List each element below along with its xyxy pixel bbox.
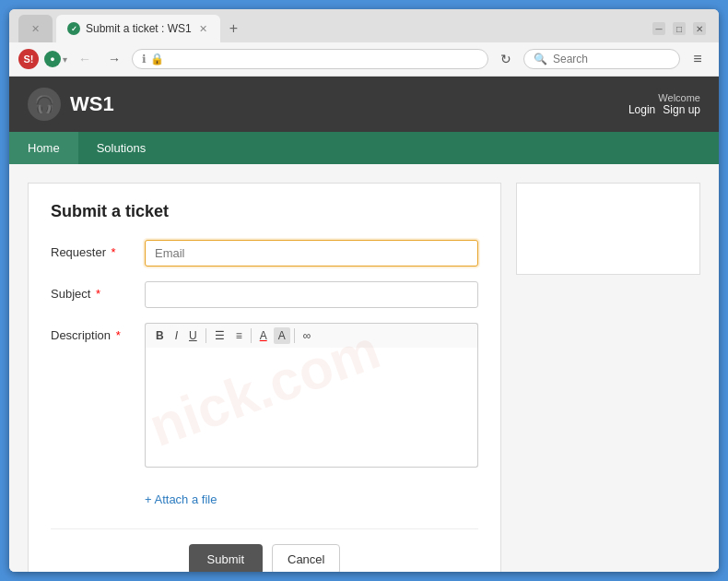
editor-ul[interactable]: ☰ xyxy=(210,327,229,344)
new-tab-button[interactable]: + xyxy=(224,15,243,42)
extension-dropdown[interactable]: ▾ xyxy=(63,54,67,65)
attach-link[interactable]: + Attach a file xyxy=(145,492,217,506)
toolbar-sep-1 xyxy=(205,328,206,343)
site-header: 🎧 WS1 Welcome Login Sign up xyxy=(9,77,719,132)
requester-field xyxy=(145,240,478,267)
tab-inactive[interactable]: ✕ xyxy=(18,15,53,42)
requester-row: Requester * xyxy=(51,240,478,267)
auth-links: Login Sign up xyxy=(628,103,700,116)
site-logo-text: WS1 xyxy=(70,92,114,116)
editor-font-color[interactable]: A xyxy=(255,327,272,344)
nav-solutions[interactable]: Solutions xyxy=(78,132,164,164)
editor-highlight[interactable]: A xyxy=(274,327,290,344)
os-controls: ─ □ ✕ xyxy=(652,22,710,35)
form-area: nick.com Submit a ticket Requester * xyxy=(28,183,501,572)
search-bar[interactable]: 🔍 xyxy=(523,49,680,69)
refresh-button[interactable]: ↻ xyxy=(494,47,518,71)
cancel-button[interactable]: Cancel xyxy=(272,544,340,572)
toolbar-sep-3 xyxy=(294,328,295,343)
description-textarea[interactable] xyxy=(145,348,478,468)
close-button[interactable]: ✕ xyxy=(693,22,706,35)
description-required: * xyxy=(116,328,121,342)
tab-active[interactable]: ✓ Submit a ticket : WS1 ✕ xyxy=(56,15,220,42)
description-row: Description * B I U ☰ ≡ xyxy=(51,323,478,470)
tab-close-inactive[interactable]: ✕ xyxy=(29,22,41,36)
site-main: nick.com Submit a ticket Requester * xyxy=(9,164,719,572)
subject-row: Subject * xyxy=(51,281,478,308)
maximize-button[interactable]: □ xyxy=(673,22,686,35)
editor-link[interactable]: ∞ xyxy=(299,327,316,344)
search-icon: 🔍 xyxy=(534,53,547,65)
forward-button[interactable]: → xyxy=(102,47,126,71)
site-auth: Welcome Login Sign up xyxy=(628,92,700,116)
subject-field xyxy=(145,281,478,308)
minimize-button[interactable]: ─ xyxy=(652,22,665,35)
attach-row: + Attach a file xyxy=(145,485,478,506)
address-icons: ℹ 🔒 xyxy=(142,53,164,65)
form-actions: Submit Cancel xyxy=(51,528,478,572)
description-label: Description * xyxy=(51,323,134,342)
editor-ol[interactable]: ≡ xyxy=(231,327,247,344)
subject-label: Subject * xyxy=(51,281,134,301)
sidebar-area xyxy=(516,183,700,275)
description-field: B I U ☰ ≡ A A ∞ xyxy=(145,323,478,470)
website: 🎧 WS1 Welcome Login Sign up Home Solutio… xyxy=(9,77,719,572)
signup-link[interactable]: Sign up xyxy=(663,103,700,116)
editor-italic[interactable]: I xyxy=(170,327,182,344)
subject-required: * xyxy=(96,287,100,301)
login-link[interactable]: Login xyxy=(628,103,655,116)
browser-content: 🎧 WS1 Welcome Login Sign up Home Solutio… xyxy=(9,77,719,572)
tab-favicon: ✓ xyxy=(67,22,80,35)
tab-close-active[interactable]: ✕ xyxy=(197,22,209,36)
menu-button[interactable]: ≡ xyxy=(686,47,710,71)
browser-toolbar: S! ● ▾ ← → ℹ 🔒 ↻ 🔍 ≡ xyxy=(9,42,719,77)
requester-input[interactable] xyxy=(145,240,478,267)
browser-titlebar: ✕ ✓ Submit a ticket : WS1 ✕ + ─ □ ✕ xyxy=(9,9,719,42)
requester-required: * xyxy=(112,245,116,259)
editor-bold[interactable]: B xyxy=(151,327,169,344)
extension-icon-2[interactable]: ● xyxy=(44,51,61,67)
requester-label: Requester * xyxy=(51,240,134,259)
extension-group: ● ▾ xyxy=(44,51,67,67)
extension-icon-1[interactable]: S! xyxy=(18,49,39,69)
tab-bar: ✕ ✓ Submit a ticket : WS1 ✕ + xyxy=(18,15,647,42)
address-bar[interactable]: ℹ 🔒 xyxy=(132,49,488,69)
lock-icon: 🔒 xyxy=(150,53,164,65)
site-logo-icon: 🎧 xyxy=(28,88,61,121)
site-logo: 🎧 WS1 xyxy=(28,88,114,121)
editor-underline[interactable]: U xyxy=(184,327,202,344)
tab-active-label: Submit a ticket : WS1 xyxy=(86,22,192,35)
submit-button[interactable]: Submit xyxy=(189,544,263,572)
nav-home[interactable]: Home xyxy=(9,132,78,164)
page-title: Submit a ticket xyxy=(51,202,478,221)
subject-input[interactable] xyxy=(145,281,478,308)
toolbar-sep-2 xyxy=(251,328,252,343)
search-input[interactable] xyxy=(553,53,663,65)
description-toolbar: B I U ☰ ≡ A A ∞ xyxy=(145,323,478,348)
browser-window: ✕ ✓ Submit a ticket : WS1 ✕ + ─ □ ✕ S! ●… xyxy=(9,9,719,572)
welcome-text: Welcome xyxy=(628,92,700,103)
info-icon: ℹ xyxy=(142,53,147,65)
back-button[interactable]: ← xyxy=(73,47,97,71)
site-nav: Home Solutions xyxy=(9,132,719,164)
headphone-icon: 🎧 xyxy=(34,94,54,114)
